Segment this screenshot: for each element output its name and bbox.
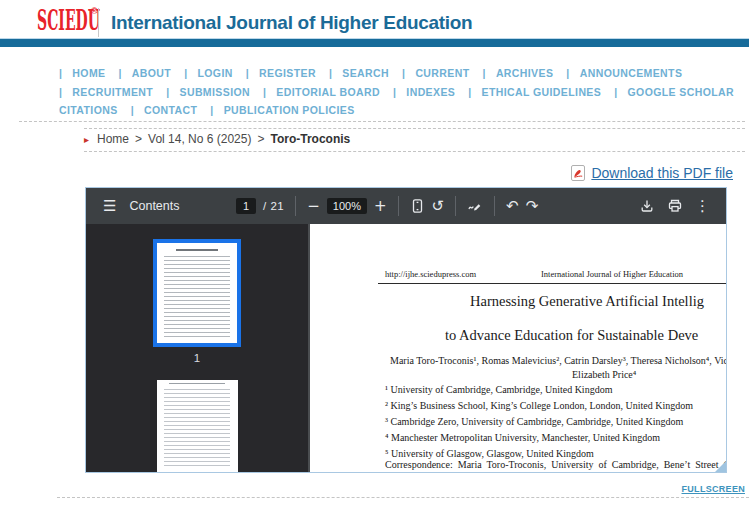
toolbar-separator [455, 196, 456, 216]
zoom-out-icon[interactable]: − [307, 199, 320, 214]
nav-item-home[interactable]: HOME [59, 67, 118, 79]
paper-header-rule [378, 283, 726, 284]
page-number-input[interactable]: 1 [236, 198, 256, 214]
paper-title-line1: Harnessing Generative Artificial Intelli… [470, 293, 704, 310]
more-options-icon[interactable]: ⋮ [695, 199, 710, 214]
paper-header-journal: International Journal of Higher Educatio… [541, 269, 683, 279]
fit-page-icon[interactable] [410, 198, 425, 214]
nav-item-about[interactable]: ABOUT [118, 67, 184, 79]
contents-label: Contents [129, 199, 179, 213]
nav-item-publication-policies[interactable]: PUBLICATION POLICIES [210, 104, 367, 116]
annotate-icon[interactable] [467, 199, 483, 213]
divider-dashed-bottom [57, 497, 749, 498]
paper-authors-line1: Maria Toro-Troconis¹, Romas Malevicius²,… [390, 355, 726, 366]
toolbar-separator [398, 196, 399, 216]
download-icon[interactable] [639, 198, 655, 214]
download-row: Download this PDF file [571, 165, 733, 181]
page-thumbnail-2[interactable] [157, 380, 238, 472]
nav-item-current[interactable]: CURRENT [402, 67, 482, 79]
pdf-viewer: ☰ Contents 1 / 21 − 100% + ↺ [85, 187, 727, 473]
nav-item-register[interactable]: REGISTER [246, 67, 329, 79]
affiliation-line: ⁴ Manchester Metropolitan University, Ma… [385, 430, 693, 446]
pdf-page[interactable]: http://ijhe.sciedupress.com Internationa… [308, 224, 726, 472]
header-bar [0, 38, 749, 47]
nav-item-submission[interactable]: SUBMISSION [166, 86, 263, 98]
thumbnail-page-number: 1 [194, 352, 200, 364]
breadcrumb-home[interactable]: Home [97, 132, 129, 146]
paper-affiliations: ¹ University of Cambridge, Cambridge, Un… [385, 382, 693, 462]
divider-dashed-breadcrumb-top [84, 128, 745, 129]
nav-item-archives[interactable]: ARCHIVES [483, 67, 567, 79]
page-root: SCIEDU ® International Journal of Higher… [0, 0, 749, 512]
registered-mark: ® [91, 6, 98, 16]
toolbar-separator [295, 196, 296, 216]
logo-divider [98, 8, 99, 37]
nav-item-search[interactable]: SEARCH [329, 67, 402, 79]
nav-item-recruitment[interactable]: RECRUITMENT [59, 86, 166, 98]
page-count: / 21 [263, 200, 284, 212]
nav-item-citations[interactable]: CITATIONS [59, 104, 131, 116]
nav-item-ethical-guidelines[interactable]: ETHICAL GUIDELINES [468, 86, 614, 98]
main-nav: HOMEABOUTLOGINREGISTERSEARCHCURRENTARCHI… [59, 64, 719, 120]
toolbar-separator [494, 196, 495, 216]
nav-item-contact[interactable]: CONTACT [131, 104, 211, 116]
rotate-icon[interactable]: ↺ [432, 199, 445, 214]
breadcrumb-issue[interactable]: Vol 14, No 6 (2025) [148, 132, 251, 146]
sciedu-logo[interactable]: SCIEDU ® [37, 5, 107, 37]
affiliation-line: ² King’s Business School, King’s College… [385, 398, 693, 414]
thumbnail-page-preview [157, 380, 238, 472]
download-pdf-link[interactable]: Download this PDF file [591, 165, 733, 181]
pdf-viewer-body: 1 http://ijhe.sciedupress.com Internatio… [86, 224, 726, 472]
affiliation-line: ¹ University of Cambridge, Cambridge, Un… [385, 382, 693, 398]
undo-icon[interactable]: ↶ [506, 199, 519, 214]
paper-header-url: http://ijhe.sciedupress.com [385, 269, 476, 279]
paper-title-line2: to Advance Education for Sustainable Dev… [445, 327, 698, 344]
journal-title: International Journal of Higher Educatio… [111, 12, 472, 34]
redo-icon[interactable]: ↷ [526, 199, 539, 214]
pdf-file-icon [571, 165, 585, 181]
nav-item-login[interactable]: LOGIN [184, 67, 246, 79]
divider-dashed-top [19, 121, 745, 122]
page-thumbnail-1[interactable] [153, 239, 241, 347]
menu-icon[interactable]: ☰ [103, 199, 116, 214]
nav-item-indexes[interactable]: INDEXES [393, 86, 468, 98]
divider-dashed-breadcrumb-bottom [84, 151, 745, 152]
pdf-toolbar: ☰ Contents 1 / 21 − 100% + ↺ [86, 188, 726, 224]
nav-item-announcements[interactable]: ANNOUNCEMENTS [566, 67, 695, 79]
breadcrumb-separator: > [135, 132, 142, 146]
zoom-in-icon[interactable]: + [374, 199, 387, 214]
paper-correspondence: Correspondence: Maria Toro-Troconis, Uni… [385, 459, 726, 470]
thumbnail-panel: 1 [86, 224, 308, 472]
fullscreen-link[interactable]: FULLSCREEN [682, 484, 746, 494]
print-icon[interactable] [667, 198, 683, 214]
nav-item-editorial-board[interactable]: EDITORIAL BOARD [263, 86, 393, 98]
resize-grip[interactable] [715, 461, 726, 472]
zoom-level: 100% [327, 198, 367, 214]
affiliation-line: ³ Cambridge Zero, University of Cambridg… [385, 414, 693, 430]
breadcrumb-arrow-icon: ▸ [84, 134, 89, 145]
thumbnail-page-preview [157, 243, 237, 343]
paper-authors-line2: Elizabeth Price⁴ [572, 369, 636, 380]
breadcrumb-separator: > [257, 132, 264, 146]
breadcrumb-current: Toro-Troconis [270, 132, 350, 146]
breadcrumb: ▸ Home > Vol 14, No 6 (2025) > Toro-Troc… [84, 132, 350, 146]
nav-item-google-scholar[interactable]: GOOGLE SCHOLAR [614, 86, 747, 98]
